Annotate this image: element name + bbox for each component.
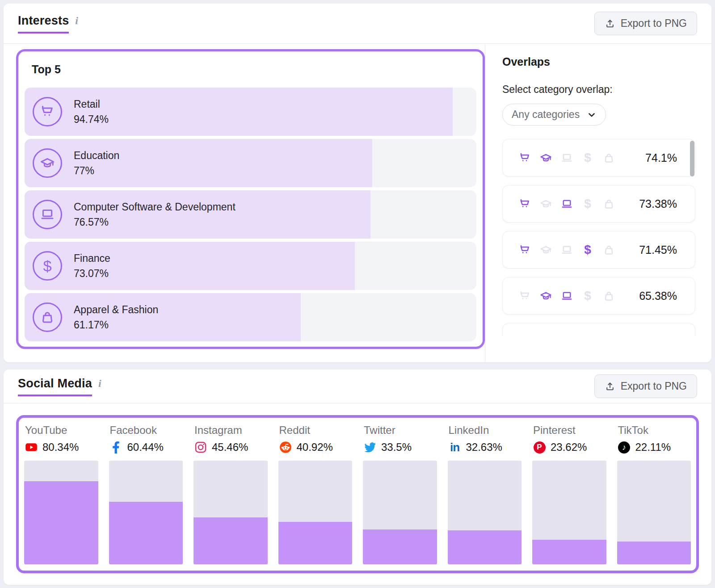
youtube-icon: [25, 441, 38, 454]
overlap-row[interactable]: $ 73.38%: [502, 185, 695, 223]
overlap-row[interactable]: $ 74.1%: [502, 139, 695, 176]
handbag-icon: [602, 151, 615, 164]
handbag-icon: [602, 289, 615, 302]
dollar-icon: $: [581, 197, 594, 210]
bar-track: [363, 461, 437, 564]
overlaps-select-label: Select category overlap:: [502, 84, 695, 96]
handbag-icon: [33, 302, 62, 332]
platform-value: 80.34%: [42, 441, 79, 454]
interest-value: 61.17%: [74, 319, 158, 331]
platform-value: 60.44%: [127, 441, 164, 454]
bar-fill: [448, 530, 522, 564]
interests-title: Interests: [18, 14, 69, 34]
export-png-button[interactable]: Export to PNG: [594, 12, 697, 35]
social-column-linkedin: LinkedIn in 32.63%: [448, 423, 522, 564]
overlap-row-partial: [502, 323, 695, 336]
interest-row-education: Education 77%: [25, 139, 476, 187]
category-overlap-dropdown[interactable]: Any categories: [502, 104, 606, 126]
cart-icon: [518, 289, 531, 302]
dollar-icon: $: [581, 243, 594, 256]
graduation-cap-icon: [539, 289, 552, 302]
facebook-icon: [110, 441, 122, 454]
export-png-label: Export to PNG: [621, 17, 687, 29]
social-column-pinterest: Pinterest P 23.62%: [532, 423, 606, 564]
bar-track: [532, 461, 606, 564]
bar-fill: [532, 540, 606, 564]
overlaps-panel: Overlaps Select category overlap: Any ca…: [485, 44, 711, 362]
interest-value: 77%: [74, 165, 119, 177]
bar-fill: [24, 481, 98, 564]
social-column-youtube: YouTube 80.34%: [24, 423, 98, 564]
laptop-icon: [560, 151, 573, 164]
bar-track: [193, 461, 268, 564]
overlap-value: 65.38%: [639, 290, 677, 302]
export-png-label: Export to PNG: [621, 380, 687, 392]
bar-track: [24, 461, 98, 564]
overlap-row[interactable]: $ 71.45%: [502, 231, 695, 269]
dollar-icon: $: [581, 289, 594, 302]
bar-track: [278, 461, 353, 564]
laptop-icon: [33, 200, 62, 229]
bar-track: [448, 461, 522, 564]
social-column-twitter: Twitter 33.5%: [363, 423, 437, 564]
cart-icon: [33, 97, 62, 126]
bar-track: [617, 461, 691, 564]
graduation-cap-icon: [539, 151, 552, 164]
platform-name: TikTok: [618, 424, 691, 437]
cart-icon: [518, 151, 531, 164]
bar-fill: [193, 517, 268, 564]
bar-fill: [363, 529, 437, 564]
bar-fill: [278, 522, 353, 564]
interest-label: Education: [74, 150, 119, 162]
dropdown-value: Any categories: [512, 109, 580, 121]
social-title: Social Media: [18, 377, 92, 396]
interest-value: 76.57%: [74, 216, 236, 228]
top5-title: Top 5: [32, 63, 476, 76]
chevron-down-icon: [587, 110, 597, 120]
platform-name: YouTube: [25, 424, 98, 437]
platform-value: 40.92%: [297, 441, 333, 454]
reddit-icon: [279, 441, 292, 454]
overlaps-title: Overlaps: [502, 55, 695, 68]
interest-label: Retail: [74, 98, 109, 110]
graduation-cap-icon: [539, 243, 552, 256]
instagram-icon: [194, 441, 207, 454]
interest-row-retail: Retail 94.74%: [25, 88, 476, 136]
cart-icon: [518, 197, 531, 210]
overlap-row[interactable]: $ 65.38%: [502, 277, 695, 315]
twitter-icon: [364, 441, 376, 454]
dollar-icon: $: [581, 151, 594, 164]
overlap-value: 71.45%: [639, 244, 677, 256]
social-media-card: Social Media i Export to PNG YouTube 80.…: [4, 370, 711, 585]
platform-value: 45.46%: [212, 441, 248, 454]
interest-value: 73.07%: [74, 268, 110, 280]
cart-icon: [518, 243, 531, 256]
interest-label: Apparel & Fashion: [74, 304, 158, 316]
export-png-button[interactable]: Export to PNG: [594, 374, 697, 398]
interest-value: 94.74%: [74, 113, 109, 126]
bar-fill: [109, 502, 183, 564]
platform-name: Pinterest: [533, 424, 606, 437]
info-icon[interactable]: i: [98, 378, 101, 390]
overlap-value: 74.1%: [645, 151, 677, 164]
overlaps-list: $ 74.1% $ 73.38% $: [502, 139, 695, 336]
graduation-cap-icon: [539, 197, 552, 210]
linkedin-icon: in: [449, 441, 461, 454]
platform-value: 22.11%: [635, 441, 671, 454]
interests-header: Interests i Export to PNG: [4, 4, 711, 44]
social-chart-panel: YouTube 80.34% Facebook 60.44%: [16, 415, 699, 573]
info-icon[interactable]: i: [75, 15, 78, 27]
social-column-facebook: Facebook 60.44%: [109, 423, 183, 564]
handbag-icon: [602, 197, 615, 210]
social-header: Social Media i Export to PNG: [4, 370, 711, 403]
platform-value: 23.62%: [551, 441, 587, 454]
platform-name: Reddit: [279, 424, 353, 437]
platform-name: LinkedIn: [449, 424, 522, 437]
pinterest-icon: P: [533, 441, 546, 454]
tiktok-icon: ♪: [618, 441, 631, 454]
social-column-instagram: Instagram 45.46%: [193, 423, 268, 564]
upload-icon: [605, 381, 615, 392]
scrollbar-thumb[interactable]: [690, 141, 694, 176]
handbag-icon: [602, 243, 615, 256]
upload-icon: [605, 18, 615, 29]
